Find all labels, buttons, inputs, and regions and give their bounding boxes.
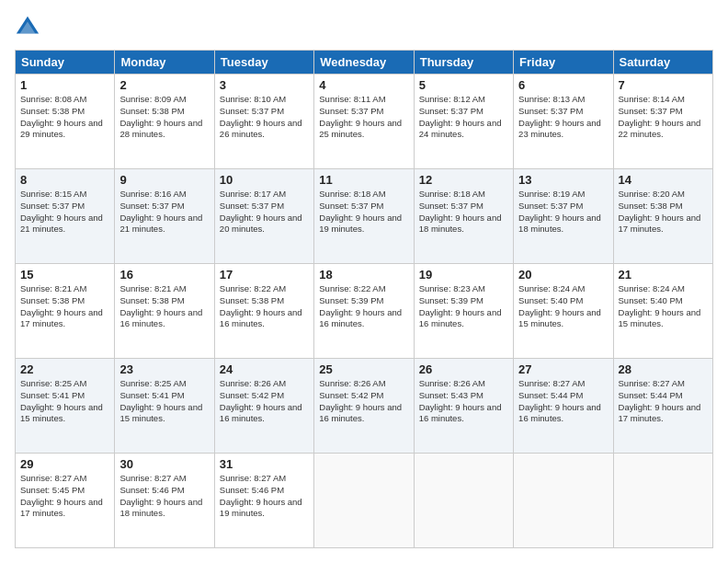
calendar-cell: 22 Sunrise: 8:25 AMSunset: 5:41 PMDaylig… <box>16 359 115 454</box>
cell-content: Sunrise: 8:18 AMSunset: 5:37 PMDaylight:… <box>319 189 402 234</box>
calendar-day-header: Monday <box>115 51 214 75</box>
day-number: 4 <box>319 78 408 92</box>
cell-content: Sunrise: 8:27 AMSunset: 5:44 PMDaylight:… <box>518 378 601 423</box>
day-number: 3 <box>220 78 309 92</box>
calendar-cell: 19 Sunrise: 8:23 AMSunset: 5:39 PMDaylig… <box>414 264 513 359</box>
cell-content: Sunrise: 8:27 AMSunset: 5:46 PMDaylight:… <box>220 473 302 518</box>
day-number: 31 <box>220 457 309 471</box>
calendar-week-row: 29 Sunrise: 8:27 AMSunset: 5:45 PMDaylig… <box>16 454 713 548</box>
day-number: 17 <box>220 268 309 282</box>
day-number: 15 <box>20 268 109 282</box>
calendar-cell: 30 Sunrise: 8:27 AMSunset: 5:46 PMDaylig… <box>115 454 214 548</box>
logo <box>15 15 44 40</box>
calendar-cell: 18 Sunrise: 8:22 AMSunset: 5:39 PMDaylig… <box>314 264 414 359</box>
cell-content: Sunrise: 8:16 AMSunset: 5:37 PMDaylight:… <box>119 189 202 234</box>
day-number: 2 <box>119 78 209 92</box>
cell-content: Sunrise: 8:11 AMSunset: 5:37 PMDaylight:… <box>319 94 402 139</box>
day-number: 24 <box>220 362 309 376</box>
day-number: 23 <box>119 362 209 376</box>
calendar-cell: 7 Sunrise: 8:14 AMSunset: 5:37 PMDayligh… <box>613 75 712 169</box>
calendar-week-row: 8 Sunrise: 8:15 AMSunset: 5:37 PMDayligh… <box>16 169 713 264</box>
calendar-cell: 20 Sunrise: 8:24 AMSunset: 5:40 PMDaylig… <box>514 264 613 359</box>
calendar-cell: 26 Sunrise: 8:26 AMSunset: 5:43 PMDaylig… <box>414 359 513 454</box>
calendar-day-header: Tuesday <box>214 51 313 75</box>
cell-content: Sunrise: 8:21 AMSunset: 5:38 PMDaylight:… <box>119 283 202 328</box>
day-number: 14 <box>619 173 708 187</box>
calendar-cell <box>613 454 712 548</box>
day-number: 28 <box>619 362 708 376</box>
day-number: 9 <box>119 173 209 187</box>
day-number: 30 <box>119 457 209 471</box>
cell-content: Sunrise: 8:08 AMSunset: 5:38 PMDaylight:… <box>20 94 103 139</box>
calendar-cell: 2 Sunrise: 8:09 AMSunset: 5:38 PMDayligh… <box>115 75 214 169</box>
day-number: 13 <box>518 173 608 187</box>
calendar-cell <box>414 454 513 548</box>
day-number: 10 <box>220 173 309 187</box>
calendar-day-header: Wednesday <box>314 51 414 75</box>
day-number: 8 <box>20 173 109 187</box>
calendar-cell: 29 Sunrise: 8:27 AMSunset: 5:45 PMDaylig… <box>16 454 115 548</box>
cell-content: Sunrise: 8:12 AMSunset: 5:37 PMDaylight:… <box>419 94 502 139</box>
cell-content: Sunrise: 8:26 AMSunset: 5:42 PMDaylight:… <box>220 378 302 423</box>
calendar-cell: 3 Sunrise: 8:10 AMSunset: 5:37 PMDayligh… <box>214 75 313 169</box>
day-number: 22 <box>20 362 109 376</box>
calendar-cell: 6 Sunrise: 8:13 AMSunset: 5:37 PMDayligh… <box>514 75 613 169</box>
calendar-cell: 14 Sunrise: 8:20 AMSunset: 5:38 PMDaylig… <box>613 169 712 264</box>
calendar-week-row: 1 Sunrise: 8:08 AMSunset: 5:38 PMDayligh… <box>16 75 713 169</box>
day-number: 21 <box>619 268 708 282</box>
calendar-cell: 12 Sunrise: 8:18 AMSunset: 5:37 PMDaylig… <box>414 169 513 264</box>
day-number: 7 <box>619 78 708 92</box>
calendar-cell: 9 Sunrise: 8:16 AMSunset: 5:37 PMDayligh… <box>115 169 214 264</box>
day-number: 27 <box>518 362 608 376</box>
calendar-day-header: Sunday <box>16 51 115 75</box>
cell-content: Sunrise: 8:15 AMSunset: 5:37 PMDaylight:… <box>20 189 103 234</box>
cell-content: Sunrise: 8:24 AMSunset: 5:40 PMDaylight:… <box>619 283 701 328</box>
cell-content: Sunrise: 8:24 AMSunset: 5:40 PMDaylight:… <box>518 283 601 328</box>
cell-content: Sunrise: 8:20 AMSunset: 5:38 PMDaylight:… <box>619 189 701 234</box>
cell-content: Sunrise: 8:27 AMSunset: 5:46 PMDaylight:… <box>119 473 202 518</box>
cell-content: Sunrise: 8:27 AMSunset: 5:45 PMDaylight:… <box>20 473 103 518</box>
calendar-cell: 17 Sunrise: 8:22 AMSunset: 5:38 PMDaylig… <box>214 264 313 359</box>
day-number: 25 <box>319 362 408 376</box>
calendar-cell: 25 Sunrise: 8:26 AMSunset: 5:42 PMDaylig… <box>314 359 414 454</box>
cell-content: Sunrise: 8:26 AMSunset: 5:42 PMDaylight:… <box>319 378 402 423</box>
calendar-cell: 13 Sunrise: 8:19 AMSunset: 5:37 PMDaylig… <box>514 169 613 264</box>
calendar-cell: 8 Sunrise: 8:15 AMSunset: 5:37 PMDayligh… <box>16 169 115 264</box>
day-number: 11 <box>319 173 408 187</box>
cell-content: Sunrise: 8:25 AMSunset: 5:41 PMDaylight:… <box>119 378 202 423</box>
calendar-day-header: Thursday <box>414 51 513 75</box>
cell-content: Sunrise: 8:09 AMSunset: 5:38 PMDaylight:… <box>119 94 202 139</box>
cell-content: Sunrise: 8:18 AMSunset: 5:37 PMDaylight:… <box>419 189 502 234</box>
calendar-cell: 16 Sunrise: 8:21 AMSunset: 5:38 PMDaylig… <box>115 264 214 359</box>
cell-content: Sunrise: 8:22 AMSunset: 5:39 PMDaylight:… <box>319 283 402 328</box>
day-number: 19 <box>419 268 508 282</box>
calendar-cell: 21 Sunrise: 8:24 AMSunset: 5:40 PMDaylig… <box>613 264 712 359</box>
calendar-header-row: SundayMondayTuesdayWednesdayThursdayFrid… <box>16 51 713 75</box>
page: SundayMondayTuesdayWednesdayThursdayFrid… <box>0 0 728 563</box>
cell-content: Sunrise: 8:19 AMSunset: 5:37 PMDaylight:… <box>518 189 601 234</box>
cell-content: Sunrise: 8:21 AMSunset: 5:38 PMDaylight:… <box>20 283 103 328</box>
cell-content: Sunrise: 8:23 AMSunset: 5:39 PMDaylight:… <box>419 283 502 328</box>
calendar-cell <box>514 454 613 548</box>
calendar-cell: 24 Sunrise: 8:26 AMSunset: 5:42 PMDaylig… <box>214 359 313 454</box>
calendar-day-header: Friday <box>514 51 613 75</box>
calendar-cell: 28 Sunrise: 8:27 AMSunset: 5:44 PMDaylig… <box>613 359 712 454</box>
day-number: 12 <box>419 173 508 187</box>
cell-content: Sunrise: 8:17 AMSunset: 5:37 PMDaylight:… <box>220 189 302 234</box>
logo-icon <box>15 15 40 40</box>
calendar-cell: 31 Sunrise: 8:27 AMSunset: 5:46 PMDaylig… <box>214 454 313 548</box>
day-number: 6 <box>518 78 608 92</box>
calendar-cell <box>314 454 414 548</box>
calendar-table: SundayMondayTuesdayWednesdayThursdayFrid… <box>15 50 713 548</box>
calendar-cell: 4 Sunrise: 8:11 AMSunset: 5:37 PMDayligh… <box>314 75 414 169</box>
calendar-week-row: 22 Sunrise: 8:25 AMSunset: 5:41 PMDaylig… <box>16 359 713 454</box>
day-number: 20 <box>518 268 608 282</box>
cell-content: Sunrise: 8:25 AMSunset: 5:41 PMDaylight:… <box>20 378 103 423</box>
calendar-cell: 5 Sunrise: 8:12 AMSunset: 5:37 PMDayligh… <box>414 75 513 169</box>
calendar-cell: 10 Sunrise: 8:17 AMSunset: 5:37 PMDaylig… <box>214 169 313 264</box>
cell-content: Sunrise: 8:26 AMSunset: 5:43 PMDaylight:… <box>419 378 502 423</box>
cell-content: Sunrise: 8:14 AMSunset: 5:37 PMDaylight:… <box>619 94 701 139</box>
calendar-cell: 11 Sunrise: 8:18 AMSunset: 5:37 PMDaylig… <box>314 169 414 264</box>
day-number: 18 <box>319 268 408 282</box>
calendar-body: 1 Sunrise: 8:08 AMSunset: 5:38 PMDayligh… <box>16 75 713 548</box>
